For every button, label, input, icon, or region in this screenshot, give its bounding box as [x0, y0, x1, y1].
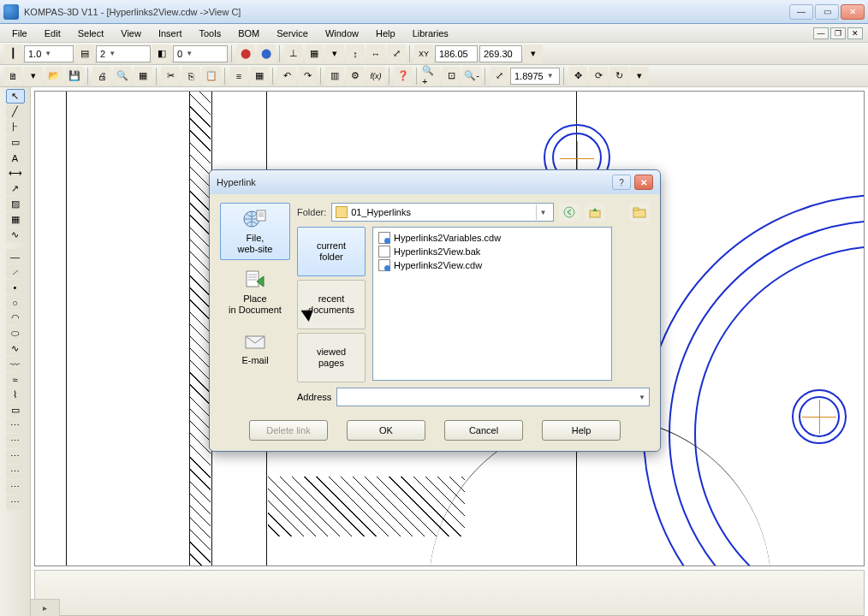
tb-dd-icon[interactable]: ▾: [630, 67, 649, 86]
format-icon[interactable]: ≡: [229, 67, 248, 86]
link-type-file-website[interactable]: File, web-site: [220, 203, 290, 260]
snap-v-icon[interactable]: ↕: [346, 44, 365, 63]
side-table-icon[interactable]: ▦: [6, 212, 25, 227]
side-misc2-icon[interactable]: ⋯: [6, 434, 25, 448]
zoom-window-icon[interactable]: ⊡: [442, 67, 461, 86]
var-icon[interactable]: ⚙: [346, 67, 365, 86]
side-seg-icon[interactable]: —: [6, 249, 25, 264]
save-icon[interactable]: 💾: [65, 67, 84, 86]
new-icon[interactable]: 🗎: [3, 67, 22, 86]
side-text-icon[interactable]: A: [6, 151, 25, 165]
snap-h-icon[interactable]: ↔: [366, 44, 385, 63]
props-icon[interactable]: ▦: [134, 67, 152, 86]
side-polyline-icon[interactable]: ⺊: [6, 120, 25, 134]
side-line-icon[interactable]: ╱: [6, 104, 25, 119]
side-misc6-icon[interactable]: ⋯: [6, 495, 25, 510]
cut-icon[interactable]: ✂: [161, 67, 180, 86]
delete-link-button[interactable]: Delete link: [249, 420, 328, 441]
zoom-out-icon[interactable]: 🔍-: [462, 67, 481, 86]
minimize-button[interactable]: —: [789, 4, 813, 20]
style-picker-button[interactable]: ┃: [3, 44, 22, 63]
menu-service[interactable]: Service: [270, 27, 315, 40]
zoom-fit-icon[interactable]: ⤢: [490, 67, 508, 86]
fx-icon[interactable]: f(x): [366, 67, 385, 86]
table-icon[interactable]: ▦: [250, 67, 269, 86]
side-misc5-icon[interactable]: ⋯: [6, 480, 25, 495]
side-point-icon[interactable]: •: [6, 280, 25, 294]
side-rect2-icon[interactable]: ▭: [6, 403, 25, 418]
file-item[interactable]: Hyperlinks2View.bak: [377, 245, 608, 258]
mdi-close[interactable]: ✕: [847, 27, 863, 39]
link-type-document-place[interactable]: Place in Document: [220, 264, 290, 321]
grid-icon[interactable]: ▦: [305, 44, 324, 63]
side-misc4-icon[interactable]: ⋯: [6, 465, 25, 479]
mdi-minimize[interactable]: —: [813, 27, 829, 39]
ok-button[interactable]: OK: [347, 420, 425, 441]
new-folder-button[interactable]: [629, 203, 650, 222]
redo-icon[interactable]: ↷: [298, 67, 317, 86]
coord-y-box[interactable]: 269.30: [479, 45, 522, 62]
link-type-email[interactable]: E-mail: [220, 325, 290, 372]
mdi-restore[interactable]: ❐: [830, 27, 846, 39]
magnet-blue-icon[interactable]: ⬤: [257, 44, 276, 63]
menu-window[interactable]: Window: [318, 27, 366, 40]
address-combo[interactable]: ▼: [336, 388, 650, 406]
undo-icon[interactable]: ↶: [277, 67, 296, 86]
side-dim-icon[interactable]: ⟷: [6, 166, 25, 181]
side-circle-icon[interactable]: ○: [6, 295, 25, 310]
paste-icon[interactable]: 📋: [202, 67, 221, 86]
copy-icon[interactable]: ⎘: [181, 67, 200, 86]
coord-x-box[interactable]: 186.05: [435, 45, 478, 62]
side-misc-icon[interactable]: ⋯: [6, 418, 25, 433]
layer-button[interactable]: ▤: [75, 44, 94, 63]
print-icon[interactable]: 🖨: [92, 67, 111, 86]
local-cs-icon[interactable]: ⤢: [387, 44, 406, 63]
side-spline-icon[interactable]: ∿: [6, 341, 25, 356]
preview-icon[interactable]: 🔍: [113, 67, 132, 86]
tab-recent-documents[interactable]: recent documents: [297, 280, 366, 329]
side-spline2-icon[interactable]: 〰: [6, 357, 25, 371]
dialog-help-button[interactable]: ?: [612, 175, 631, 190]
folder-combo[interactable]: 01_Hyperlinks ▼: [331, 203, 554, 222]
menu-insert[interactable]: Insert: [152, 27, 189, 40]
color-button[interactable]: ◧: [152, 44, 171, 63]
close-button[interactable]: ✕: [841, 4, 865, 20]
side-misc3-icon[interactable]: ⋯: [6, 449, 25, 464]
side-spline4-icon[interactable]: ⌇: [6, 388, 25, 402]
panel-handle[interactable]: ▸: [31, 599, 60, 616]
tab-viewed-pages[interactable]: viewed pages: [297, 333, 366, 382]
side-spline3-icon[interactable]: ≈: [6, 372, 25, 387]
side-rect-icon[interactable]: ▭: [6, 135, 25, 150]
dialog-close-button[interactable]: ✕: [634, 175, 653, 190]
side-seg2-icon[interactable]: ⟋: [6, 264, 25, 279]
maximize-button[interactable]: ▭: [815, 4, 839, 20]
line-scale-combo[interactable]: 1.0▼: [24, 45, 74, 62]
grid-dd-icon[interactable]: ▾: [325, 44, 344, 63]
color-combo[interactable]: 0▼: [173, 45, 228, 62]
side-arc-icon[interactable]: ◠: [6, 311, 25, 325]
side-cursor-icon[interactable]: ↖: [6, 89, 25, 104]
file-item[interactable]: Hyperlinks2View.cdw: [377, 258, 608, 272]
zoom-in-icon[interactable]: 🔍+: [421, 67, 440, 86]
menu-libraries[interactable]: Libraries: [406, 27, 455, 40]
new-dd-icon[interactable]: ▾: [24, 67, 43, 86]
file-list[interactable]: Hyperlinks2Variables.cdw Hyperlinks2View…: [372, 227, 612, 381]
side-ellipse-icon[interactable]: ⬭: [6, 326, 25, 341]
layer-combo[interactable]: 2▼: [96, 45, 151, 62]
xy-label-icon[interactable]: XY: [414, 44, 433, 63]
nav-back-button[interactable]: [559, 203, 580, 222]
help-button[interactable]: Help: [542, 420, 621, 441]
coord-dd-icon[interactable]: ▾: [524, 44, 543, 63]
side-leader-icon[interactable]: ↗: [6, 181, 25, 196]
side-hatch-icon[interactable]: ▨: [6, 197, 25, 211]
zoom-combo[interactable]: 1.8975▼: [510, 68, 560, 85]
menu-bom[interactable]: BOM: [231, 27, 266, 40]
lib-icon[interactable]: ▥: [325, 67, 344, 86]
open-icon[interactable]: 📂: [45, 67, 63, 86]
magnet-red-icon[interactable]: ⬤: [236, 44, 255, 63]
dialog-titlebar[interactable]: Hyperlink ? ✕: [210, 170, 660, 194]
menu-tools[interactable]: Tools: [192, 27, 228, 40]
menu-file[interactable]: File: [5, 27, 34, 40]
menu-select[interactable]: Select: [71, 27, 111, 40]
help-cursor-icon[interactable]: ❓: [394, 67, 413, 86]
